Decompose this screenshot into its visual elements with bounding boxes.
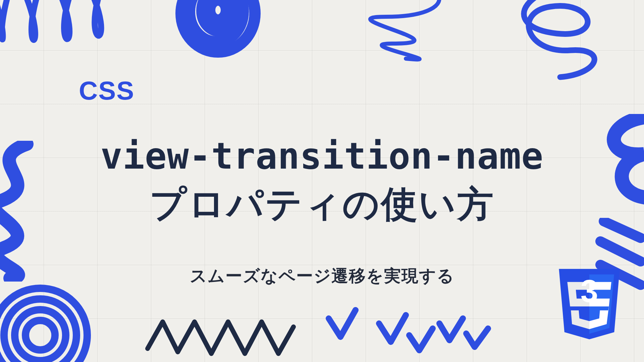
subtitle: スムーズなページ遷移を実現する	[0, 265, 644, 287]
kicker: CSS	[79, 75, 135, 106]
css3-logo-label: 3	[581, 274, 598, 309]
title: view-transition-name プロパティの使い方	[0, 132, 644, 228]
css3-logo-icon: 3	[554, 269, 625, 349]
title-line-2: プロパティの使い方	[0, 180, 644, 228]
title-line-1: view-transition-name	[0, 132, 644, 180]
